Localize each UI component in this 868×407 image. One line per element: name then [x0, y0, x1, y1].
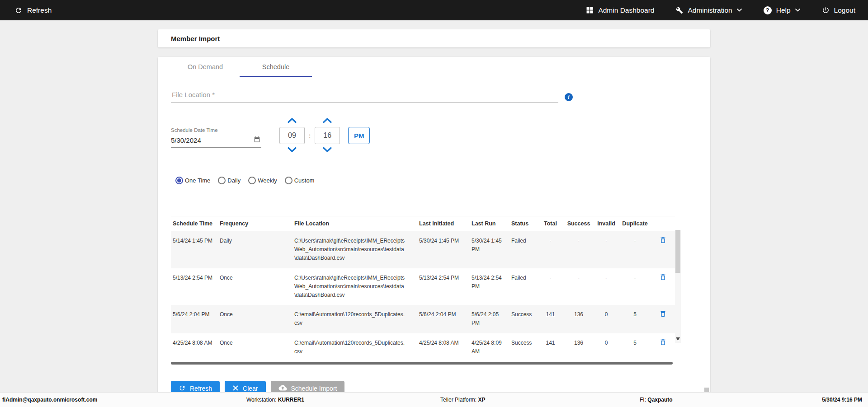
minute-input[interactable]: 16 — [315, 127, 340, 144]
cell-invalid: - — [594, 231, 620, 268]
radio-unselected-icon — [218, 177, 226, 184]
cell-last-run: 5/13/24 2:54 PM — [470, 268, 509, 305]
cell-last-initiated: 5/6/24 2:04 PM — [417, 305, 470, 333]
frequency-radio-custom[interactable]: Custom — [285, 177, 315, 184]
minute-decrement-button[interactable] — [322, 147, 332, 153]
admin-dashboard-nav-button[interactable]: Admin Dashboard — [586, 6, 654, 14]
radio-label: Custom — [294, 177, 315, 184]
cell-last-initiated: 5/30/24 1:45 PM — [417, 231, 470, 268]
tab-schedule[interactable]: Schedule — [240, 57, 312, 77]
calendar-icon[interactable] — [254, 136, 260, 144]
cell-success: - — [565, 268, 594, 305]
hour-spinner: 09 — [279, 118, 305, 153]
cell-schedule-time: 5/6/24 2:04 PM — [171, 305, 218, 333]
logout-label: Logout — [834, 6, 855, 14]
trash-icon — [659, 338, 667, 347]
frequency-radio-one-time[interactable]: One Time — [175, 177, 210, 184]
close-icon — [232, 385, 239, 393]
table-vertical-scrollbar[interactable] — [675, 230, 681, 343]
trash-icon — [659, 273, 667, 282]
status-datetime: 5/30/24 9:16 PM — [822, 397, 862, 403]
trash-icon — [659, 310, 667, 319]
delete-row-button[interactable] — [651, 333, 675, 361]
meridiem-toggle-button[interactable]: PM — [348, 127, 370, 144]
cell-duplicate: 5 — [620, 333, 651, 361]
cell-last-initiated: 4/25/24 8:08 AM — [417, 333, 470, 361]
help-nav-menu[interactable]: ? Help — [764, 6, 800, 14]
administration-label: Administration — [688, 6, 732, 14]
cell-frequency: Once — [218, 333, 292, 361]
table-row: 5/14/24 1:45 PM Daily C:\Users\ratnak\gi… — [171, 231, 675, 268]
hour-input[interactable]: 09 — [279, 127, 305, 144]
tab-on-demand[interactable]: On Demand — [171, 57, 240, 77]
radio-label: One Time — [185, 177, 210, 184]
cell-status: Success — [509, 333, 537, 361]
teller-platform-value: XP — [478, 397, 485, 403]
tab-schedule-label: Schedule — [262, 63, 289, 70]
schedule-import-button-label: Schedule Import — [291, 385, 337, 392]
cell-schedule-time: 5/14/24 1:45 PM — [171, 231, 218, 268]
trash-icon — [659, 236, 667, 245]
chevron-down-icon — [795, 9, 800, 12]
logged-in-user: fiAdmin@qaxpauto.onmicrosoft.com — [2, 397, 97, 403]
scrollbar-thumb[interactable] — [675, 230, 680, 273]
frequency-radio-weekly[interactable]: Weekly — [248, 177, 277, 184]
schedule-date-value: 5/30/2024 — [171, 136, 201, 144]
cell-schedule-time: 4/25/24 8:08 AM — [171, 333, 218, 361]
top-navigation-bar: Refresh Admin Dashboard Administration ?… — [0, 0, 868, 20]
column-header-last-run: Last Run — [470, 216, 509, 231]
scrollbar-down-arrow-icon[interactable] — [676, 334, 680, 342]
hour-decrement-button[interactable] — [287, 147, 297, 153]
cell-total: - — [537, 268, 565, 305]
delete-row-button[interactable] — [651, 305, 675, 333]
chevron-down-icon — [737, 9, 742, 12]
teller-platform-status: Teller Platform: XP — [440, 397, 485, 403]
schedule-date-field[interactable]: Schedule Date Time 5/30/2024 — [171, 127, 261, 148]
logout-nav-button[interactable]: Logout — [822, 6, 855, 14]
hour-increment-button[interactable] — [287, 118, 297, 124]
table-horizontal-scrollbar[interactable] — [171, 362, 673, 365]
table-body: 5/14/24 1:45 PM Daily C:\Users\ratnak\gi… — [171, 231, 681, 361]
minute-spinner: 16 — [315, 118, 340, 153]
dashboard-icon — [586, 6, 594, 14]
cell-duplicate: - — [620, 231, 651, 268]
table-row: 5/6/24 2:04 PM Once C:\email\Automation\… — [171, 305, 675, 333]
cell-duplicate: - — [620, 268, 651, 305]
cell-invalid: 0 — [594, 333, 620, 361]
table-row: 4/25/24 8:08 AM Once C:\email\Automation… — [171, 333, 675, 361]
cloud-upload-icon — [278, 384, 287, 393]
cell-schedule-time: 5/13/24 2:54 PM — [171, 268, 218, 305]
cell-frequency: Daily — [218, 231, 292, 268]
frequency-radio-group: One Time Daily Weekly Custom — [175, 177, 697, 184]
file-location-input[interactable] — [171, 87, 558, 103]
fi-label: FI: — [640, 397, 646, 403]
cell-status: Failed — [509, 268, 537, 305]
delete-row-button[interactable] — [651, 231, 675, 268]
minute-increment-button[interactable] — [322, 118, 332, 124]
fi-status: FI: Qaxpauto — [640, 397, 673, 403]
administration-nav-menu[interactable]: Administration — [676, 6, 741, 14]
cell-invalid: - — [594, 268, 620, 305]
cell-last-run: 5/6/24 2:05 PM — [470, 305, 509, 333]
fi-value: Qaxpauto — [647, 397, 672, 403]
clear-button-label: Clear — [243, 385, 258, 392]
cell-frequency: Once — [218, 305, 292, 333]
cell-status: Success — [509, 305, 537, 333]
radio-unselected-icon — [248, 177, 256, 184]
column-header-total: Total — [537, 216, 565, 231]
column-header-actions — [651, 216, 675, 231]
refresh-nav-button[interactable]: Refresh — [14, 6, 52, 14]
cell-total: 141 — [537, 333, 565, 361]
info-icon[interactable]: i — [565, 93, 573, 101]
schedule-datetime-row: Schedule Date Time 5/30/2024 09 — [171, 127, 697, 153]
time-picker: 09 : 16 — [279, 118, 370, 153]
frequency-radio-daily[interactable]: Daily — [218, 177, 241, 184]
chevron-up-icon — [322, 117, 332, 125]
power-icon — [822, 6, 830, 14]
column-header-schedule-time: Schedule Time — [171, 216, 218, 231]
table-row: 5/13/24 2:54 PM Once C:\Users\ratnak\git… — [171, 268, 675, 305]
delete-row-button[interactable] — [651, 268, 675, 305]
column-header-frequency: Frequency — [218, 216, 292, 231]
radio-label: Daily — [227, 177, 241, 184]
cell-total: 141 — [537, 305, 565, 333]
